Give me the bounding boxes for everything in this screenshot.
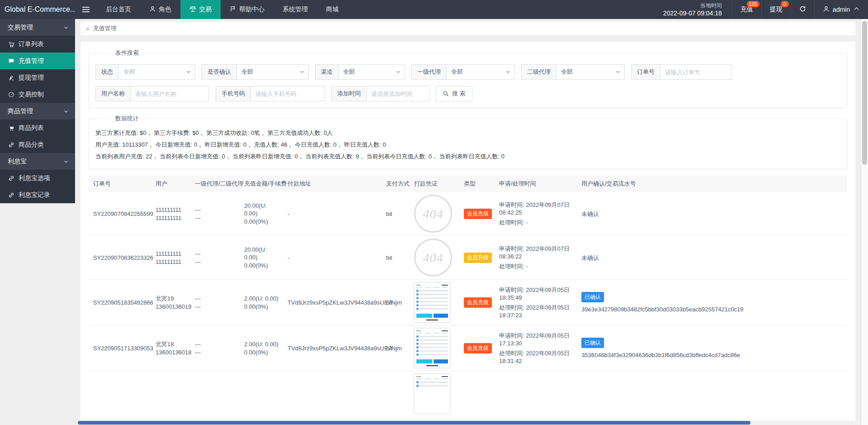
sidebar-item-label: 商品分类	[19, 141, 44, 149]
stats-line-2: 用户充值: 10113307， 今日新增充值: 0， 昨日新增充值: 0， 充值…	[95, 139, 840, 151]
sidebar-item-withdraw-mgmt[interactable]: 提现管理	[0, 69, 75, 86]
sidebar-group-lixibao[interactable]: 利息宝	[0, 153, 75, 170]
sidebar-item-label: 提现管理	[19, 74, 44, 82]
channel-label: 渠道	[315, 64, 338, 80]
sidebar-item-label: 订单列表	[19, 40, 44, 48]
refresh-button[interactable]	[791, 0, 814, 19]
agent-level1: ---	[195, 250, 237, 258]
voucher-screenshot-thumbnail[interactable]	[414, 282, 450, 322]
sidebar-toggle-button[interactable]	[75, 0, 97, 19]
stats-line-1: 第三方累计充值: $0， 第三方手续费: $0， 第三方成功收款: 0笔， 第三…	[95, 127, 840, 139]
withdraw-shortcut[interactable]: 提现 0	[761, 0, 791, 19]
page-title: 充值管理	[93, 24, 117, 33]
recharge-shortcut[interactable]: 充值 135	[732, 0, 761, 19]
user-account: 13600136018	[156, 349, 188, 356]
withdraw-label: 提现	[770, 5, 783, 14]
username-field: 用户名称	[95, 86, 209, 101]
main-area: » 充值管理 条件搜索 状态 全部 是否确认 全部 渠道	[75, 19, 861, 425]
apply-time: 申请时间: 2022年09月05日 18:35:49	[499, 286, 574, 301]
sidebar-item-label: 商品列表	[19, 124, 44, 132]
fee: 0.00(0%)	[244, 349, 280, 356]
nav-item-help[interactable]: 帮助中心	[221, 0, 274, 19]
search-button-label: 搜 索	[452, 90, 466, 98]
local-time-value: 2022-09-07 09:04:18	[663, 10, 722, 17]
gauge-icon	[8, 91, 14, 98]
confirm-status: 未确认	[577, 207, 847, 220]
nav-item-dashboard[interactable]: 后台首页	[97, 0, 140, 19]
voucher-404-image[interactable]: 404	[414, 239, 452, 277]
voucher-screenshot-thumbnail[interactable]	[414, 374, 450, 414]
agent2-select[interactable]: 全部	[556, 64, 625, 80]
phone-input[interactable]	[250, 86, 325, 101]
pay-method: bit	[382, 342, 410, 355]
process-time: 处理时间: 2022年09月05日 18:37:23	[499, 304, 574, 319]
nav-item-roles[interactable]: 角色	[140, 0, 180, 19]
username-input[interactable]	[130, 86, 209, 101]
confirm-status: 未确认	[577, 251, 847, 264]
table-row: SY2209070842255599 111111111111111111 --…	[89, 192, 847, 236]
sidebar-item-trade-control[interactable]: 交易控制	[0, 86, 75, 103]
col-amount-fee: 充值金额/手续费	[240, 176, 283, 192]
fee: 0.00(0%)	[244, 218, 280, 225]
confirm-badge: 已确认	[581, 338, 604, 348]
table-row: SY2209051835492866 北冥1913600136019 -----…	[89, 280, 847, 325]
add-time-input[interactable]	[366, 86, 429, 101]
sidebar-item-lixibao-records[interactable]: 利息宝记录	[0, 186, 75, 203]
local-time-label: 当地时间	[700, 2, 722, 10]
voucher-404-image[interactable]: 404	[414, 195, 452, 233]
nav-item-system[interactable]: 系统管理	[274, 0, 317, 19]
apply-time: 申请时间: 2022年09月07日 08:42:25	[499, 201, 574, 216]
voucher-screenshot-thumbnail[interactable]	[414, 328, 450, 368]
status-field: 状态 全部	[95, 64, 195, 80]
agent1-select[interactable]: 全部	[446, 64, 515, 80]
horizontal-scrollbar-thumb[interactable]	[78, 421, 750, 425]
horizontal-scrollbar[interactable]	[75, 420, 861, 425]
pay-address: TVd9Jrz9xsP5pZKLw3JV94438a9sUE7Njm	[283, 296, 382, 309]
username: admin	[833, 6, 850, 13]
status-value: 全部	[123, 68, 135, 76]
user-menu[interactable]: admin	[814, 0, 868, 19]
caret-down-icon	[396, 71, 401, 74]
confirm-select[interactable]: 全部	[236, 64, 309, 80]
agent-level2: ---	[195, 349, 237, 356]
nav-item-label: 角色	[159, 5, 171, 14]
vertical-scrollbar-thumb[interactable]	[862, 21, 867, 165]
admin-page: Global E-Commerce... 后台首页 角色 交易 帮助中心 系统管…	[0, 0, 868, 425]
content-panel: 条件搜索 状态 全部 是否确认 全部 渠道 全部 一级代理	[80, 42, 855, 425]
channel-select[interactable]: 全部	[338, 64, 405, 80]
fee: 0.00(0%)	[244, 262, 280, 269]
order-no-input[interactable]	[660, 64, 731, 80]
cart-icon	[8, 125, 14, 131]
vertical-scrollbar[interactable]	[861, 19, 868, 425]
sidebar-item-goods-list[interactable]: 商品列表	[0, 119, 75, 136]
agent2-value: 全部	[561, 68, 573, 76]
sidebar-group-goods[interactable]: 商品管理	[0, 103, 75, 119]
sidebar-item-recharge-mgmt[interactable]: 充值管理	[0, 53, 75, 69]
table-row	[89, 371, 847, 416]
search-button[interactable]: 搜 索	[436, 86, 472, 101]
col-pay-method: 支付方式	[382, 176, 410, 192]
agent1-label: 一级代理	[411, 64, 446, 80]
nav-item-label: 系统管理	[283, 5, 308, 14]
sidebar-item-lixibao-options[interactable]: 利息宝选项	[0, 170, 75, 186]
confirm-badge: 已确认	[581, 292, 604, 302]
col-user: 用户	[151, 176, 190, 192]
sidebar-group-trade[interactable]: 交易管理	[0, 19, 75, 36]
sidebar-item-goods-category[interactable]: 商品分类	[0, 136, 75, 153]
chevron-down-icon	[63, 159, 69, 164]
nav-item-mall[interactable]: 商城	[317, 0, 348, 19]
col-voucher: 打款凭证	[410, 176, 459, 192]
status-select[interactable]: 全部	[118, 64, 195, 80]
stats-line-3: 当前列表用户充值: 22， 当前列表今日新增充值: 0， 当前列表昨日新增充值:…	[95, 151, 840, 162]
agent-level2: ---	[195, 214, 237, 222]
scales-icon	[189, 5, 196, 14]
nav-item-trade[interactable]: 交易	[180, 0, 221, 19]
sidebar-group-label: 商品管理	[8, 107, 33, 115]
chevron-up-icon	[853, 5, 860, 14]
sidebar-item-order-list[interactable]: 订单列表	[0, 36, 75, 53]
breadcrumb: » 充值管理	[80, 22, 855, 35]
table-header: 订单号 用户 一级代理/二级代理 充值金额/手续费 付款地址 支付方式 打款凭证…	[89, 176, 847, 192]
type-badge: 会员充值	[464, 297, 492, 308]
sidebar-item-label: 利息宝选项	[19, 174, 50, 182]
recharge-amount: 2.00(U: 0.00)	[244, 340, 280, 348]
